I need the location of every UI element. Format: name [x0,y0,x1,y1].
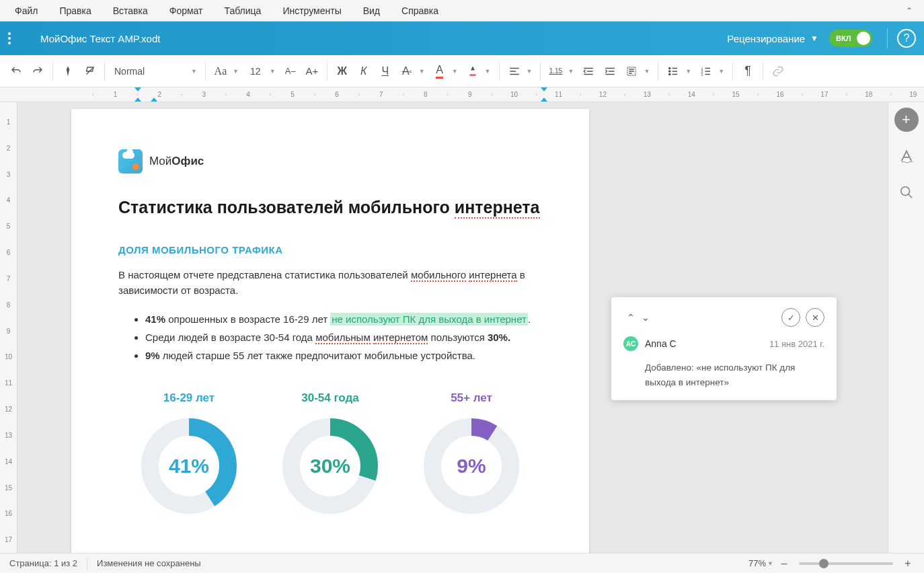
highlight-color-button[interactable] [462,61,484,82]
show-formatting-button[interactable]: ¶ [737,61,759,82]
help-icon[interactable]: ? [897,29,916,48]
decrease-indent-button[interactable] [578,61,599,82]
zoom-slider[interactable] [799,562,893,565]
comment-author: Anna C [645,338,769,349]
zoom-in-button[interactable]: + [901,558,915,570]
align-left-button[interactable] [504,61,525,82]
chevron-down-icon[interactable]: ▼ [568,68,574,75]
svg-point-4 [669,73,670,75]
document-subheading[interactable]: ДОЛЯ МОБИЛЬНОГО ТРАФИКА [118,244,542,256]
menubar-expand-icon[interactable]: ⌃ [898,6,920,15]
chart-value: 30% [310,455,350,478]
charts-container: 16-29 лет 41% 30-54 года 30% 55+ лет [118,391,542,517]
menu-edit[interactable]: Правка [48,3,102,19]
indent-marker-icon[interactable] [134,87,141,91]
link-button[interactable] [767,61,789,82]
chevron-down-icon[interactable]: ▼ [233,68,239,75]
paragraph-settings-button[interactable] [621,61,642,82]
chevron-down-icon[interactable]: ▼ [270,68,276,75]
accept-change-button[interactable]: ✓ [781,308,800,327]
text-properties-button[interactable] [894,144,919,168]
bullet-list-button[interactable] [662,61,684,82]
prev-comment-button[interactable]: ⌃ [623,310,638,325]
undo-button[interactable] [5,61,27,82]
review-mode-label[interactable]: Рецензирование [727,33,805,44]
logo-icon [118,149,143,174]
chevron-down-icon[interactable]: ▼ [485,68,491,75]
indent-marker-icon[interactable] [151,98,157,102]
tracked-change[interactable]: не используют ПК для выхода в интернет [330,313,528,326]
page-indicator[interactable]: Страница: 1 из 2 [9,558,77,568]
chevron-down-icon[interactable]: ▼ [191,68,197,75]
svg-point-3 [669,70,670,71]
document-page[interactable]: МойОфис Статистика пользователей мобильн… [71,109,589,553]
menu-view[interactable]: Вид [352,3,391,19]
menu-tools[interactable]: Инструменты [272,3,352,19]
list-item[interactable]: 9% людей старше 55 лет также предпочитаю… [145,346,542,365]
indent-marker-icon[interactable] [541,87,547,91]
reject-change-button[interactable]: ✕ [806,308,824,327]
review-toggle[interactable]: ВКЛ [829,30,872,47]
slider-thumb[interactable] [819,559,829,568]
chevron-down-icon[interactable]: ▼ [452,68,458,75]
line-spacing-button[interactable]: 1.15 [545,61,566,82]
redo-button[interactable] [27,61,48,82]
bold-button[interactable]: Ж [332,61,353,82]
increase-font-button[interactable]: A+ [301,61,323,82]
svg-point-14 [900,187,909,196]
strikethrough-button[interactable]: A₂ [396,61,418,82]
comment-author-row: AC Anna C 11 янв 2021 г. [623,336,824,351]
list-item[interactable]: Среди людей в возрасте 30-54 года мобиль… [145,328,542,346]
clear-format-button[interactable] [79,61,100,82]
logo-text: МойОфис [149,155,204,168]
zoom-value[interactable]: 77% [732,558,766,568]
chevron-down-icon[interactable]: ▼ [527,68,533,75]
zoom-out-button[interactable]: – [777,558,791,570]
indent-marker-icon[interactable] [541,98,547,102]
numbered-list-button[interactable]: 123 [695,61,717,82]
menu-file[interactable]: Файл [4,3,48,19]
horizontal-ruler[interactable]: ·1·2·3·4·5·6·7·8·9·10·11·12·13·14·15·16·… [0,87,924,102]
font-family-button[interactable]: Aa [210,61,231,82]
comment-nav: ⌃ ⌄ ✓ ✕ [623,308,824,327]
comment-card[interactable]: ⌃ ⌄ ✓ ✕ AC Anna C 11 янв 2021 г. Добавле… [611,297,837,400]
document-canvas[interactable]: МойОфис Статистика пользователей мобильн… [17,102,888,553]
document-heading[interactable]: Статистика пользователей мобильного инте… [118,198,542,217]
workspace: 1234567891011121314151617 МойОфис Статис… [0,102,924,553]
document-list[interactable]: 41% опрошенных в возрасте 16-29 лет не и… [118,310,542,365]
underline-button[interactable]: Ч [375,61,396,82]
chevron-down-icon[interactable]: ▼ [767,560,773,567]
chart-label: 55+ лет [421,391,522,405]
chevron-down-icon[interactable]: ▼ [810,34,818,43]
decrease-font-button[interactable]: A– [280,61,301,82]
indent-marker-icon[interactable] [134,98,141,102]
paragraph-style-select[interactable] [109,61,190,81]
chart-value: 41% [169,455,209,478]
menubar: Файл Правка Вставка Формат Таблица Инстр… [0,0,924,22]
vertical-ruler[interactable]: 1234567891011121314151617 [0,102,17,553]
chevron-down-icon[interactable]: ▼ [718,68,724,75]
search-button[interactable] [894,180,919,204]
italic-button[interactable]: К [353,61,375,82]
chevron-down-icon[interactable]: ▼ [685,68,691,75]
list-item[interactable]: 41% опрошенных в возрасте 16-29 лет не и… [145,310,542,328]
app-menu-icon[interactable] [8,32,24,44]
side-panel: + [888,102,924,553]
toggle-knob [857,32,870,45]
menu-table[interactable]: Таблица [214,3,272,19]
font-color-button[interactable]: A [429,61,451,82]
menu-help[interactable]: Справка [391,3,449,19]
font-size-value[interactable]: 12 [243,66,268,77]
menu-format[interactable]: Формат [159,3,214,19]
menu-insert[interactable]: Вставка [102,3,159,19]
logo: МойОфис [118,149,542,174]
titlebar: МойОфис Текст AMP.xodt Рецензирование ▼ … [0,22,924,55]
chevron-down-icon[interactable]: ▼ [419,68,425,75]
document-paragraph[interactable]: В настоящем отчете представлена статисти… [118,268,542,298]
add-button[interactable]: + [894,108,919,132]
chevron-down-icon[interactable]: ▼ [644,68,650,75]
format-painter-button[interactable] [57,61,79,82]
next-comment-button[interactable]: ⌄ [638,310,653,325]
increase-indent-button[interactable] [599,61,621,82]
svg-text:3: 3 [701,72,703,76]
